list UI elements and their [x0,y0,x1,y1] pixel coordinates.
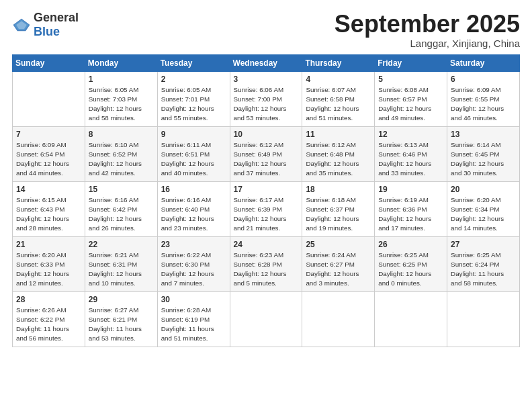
day-number: 7 [16,130,81,139]
day-number: 11 [306,130,371,139]
calendar-cell [230,291,302,347]
day-info: Sunrise: 6:09 AMSunset: 6:55 PMDaylight:… [451,85,516,124]
day-number: 9 [161,130,226,139]
calendar-cell: 4Sunrise: 6:07 AMSunset: 6:58 PMDaylight… [302,71,375,126]
calendar-cell: 6Sunrise: 6:09 AMSunset: 6:55 PMDaylight… [447,71,520,126]
day-number: 27 [451,240,516,249]
day-info: Sunrise: 6:20 AMSunset: 6:34 PMDaylight:… [451,195,516,234]
month-title: September 2025 [335,11,520,38]
weekday-header-tuesday: Tuesday [157,54,230,71]
calendar-week-3: 14Sunrise: 6:15 AMSunset: 6:43 PMDayligh… [13,181,520,236]
weekday-header-sunday: Sunday [13,54,85,71]
day-number: 23 [161,240,226,249]
calendar-cell: 19Sunrise: 6:19 AMSunset: 6:36 PMDayligh… [375,181,447,236]
day-info: Sunrise: 6:26 AMSunset: 6:22 PMDaylight:… [16,306,81,344]
day-number: 17 [234,185,299,194]
day-info: Sunrise: 6:11 AMSunset: 6:51 PMDaylight:… [161,140,226,179]
calendar-cell: 12Sunrise: 6:13 AMSunset: 6:46 PMDayligh… [375,126,447,181]
calendar-cell: 10Sunrise: 6:12 AMSunset: 6:49 PMDayligh… [230,126,302,181]
page-container: General Blue September 2025 Langgar, Xin… [0,0,532,354]
calendar-cell: 5Sunrise: 6:08 AMSunset: 6:57 PMDaylight… [375,71,447,126]
calendar-cell: 2Sunrise: 6:05 AMSunset: 7:01 PMDaylight… [157,71,230,126]
weekday-header-monday: Monday [85,54,157,71]
day-number: 2 [161,75,226,84]
day-number: 20 [451,185,516,194]
day-info: Sunrise: 6:20 AMSunset: 6:33 PMDaylight:… [16,250,81,289]
day-info: Sunrise: 6:05 AMSunset: 7:03 PMDaylight:… [89,85,154,124]
day-info: Sunrise: 6:15 AMSunset: 6:43 PMDaylight:… [16,195,81,234]
day-number: 21 [16,240,81,249]
calendar-cell: 24Sunrise: 6:23 AMSunset: 6:28 PMDayligh… [230,236,302,291]
day-number: 5 [378,75,443,84]
day-info: Sunrise: 6:21 AMSunset: 6:31 PMDaylight:… [89,250,154,289]
day-number: 15 [89,185,154,194]
weekday-header-wednesday: Wednesday [230,54,302,71]
day-info: Sunrise: 6:07 AMSunset: 6:58 PMDaylight:… [306,85,371,124]
calendar-cell: 16Sunrise: 6:16 AMSunset: 6:40 PMDayligh… [157,181,230,236]
day-number: 10 [234,130,299,139]
calendar-cell: 26Sunrise: 6:25 AMSunset: 6:25 PMDayligh… [375,236,447,291]
calendar-cell: 8Sunrise: 6:10 AMSunset: 6:52 PMDaylight… [85,126,157,181]
location: Langgar, Xinjiang, China [335,38,520,49]
calendar-cell: 11Sunrise: 6:12 AMSunset: 6:48 PMDayligh… [302,126,375,181]
logo-text: General Blue [34,11,79,39]
day-info: Sunrise: 6:23 AMSunset: 6:28 PMDaylight:… [234,250,299,289]
day-info: Sunrise: 6:16 AMSunset: 6:42 PMDaylight:… [89,195,154,234]
day-info: Sunrise: 6:10 AMSunset: 6:52 PMDaylight:… [89,140,154,179]
calendar-cell: 21Sunrise: 6:20 AMSunset: 6:33 PMDayligh… [13,236,85,291]
calendar-cell: 9Sunrise: 6:11 AMSunset: 6:51 PMDaylight… [157,126,230,181]
logo: General Blue [12,11,79,39]
calendar-cell: 28Sunrise: 6:26 AMSunset: 6:22 PMDayligh… [13,291,85,347]
calendar-cell: 25Sunrise: 6:24 AMSunset: 6:27 PMDayligh… [302,236,375,291]
calendar-cell: 7Sunrise: 6:09 AMSunset: 6:54 PMDaylight… [13,126,85,181]
calendar-cell: 3Sunrise: 6:06 AMSunset: 7:00 PMDaylight… [230,71,302,126]
day-number: 6 [451,75,516,84]
calendar-cell: 17Sunrise: 6:17 AMSunset: 6:39 PMDayligh… [230,181,302,236]
logo-general: General [34,11,79,24]
day-info: Sunrise: 6:13 AMSunset: 6:46 PMDaylight:… [378,140,443,179]
day-number: 1 [89,75,154,84]
day-number: 13 [451,130,516,139]
calendar-cell [375,291,447,347]
calendar-cell: 13Sunrise: 6:14 AMSunset: 6:45 PMDayligh… [447,126,520,181]
day-info: Sunrise: 6:17 AMSunset: 6:39 PMDaylight:… [234,195,299,234]
calendar-cell [13,71,85,126]
day-info: Sunrise: 6:18 AMSunset: 6:37 PMDaylight:… [306,195,371,234]
day-number: 8 [89,130,154,139]
calendar-cell: 20Sunrise: 6:20 AMSunset: 6:34 PMDayligh… [447,181,520,236]
day-info: Sunrise: 6:16 AMSunset: 6:40 PMDaylight:… [161,195,226,234]
calendar-cell: 23Sunrise: 6:22 AMSunset: 6:30 PMDayligh… [157,236,230,291]
day-number: 30 [161,295,226,304]
day-info: Sunrise: 6:24 AMSunset: 6:27 PMDaylight:… [306,250,371,289]
calendar-cell: 30Sunrise: 6:28 AMSunset: 6:19 PMDayligh… [157,291,230,347]
day-number: 29 [89,295,154,304]
logo-blue: Blue [34,25,60,38]
day-number: 19 [378,185,443,194]
calendar-week-2: 7Sunrise: 6:09 AMSunset: 6:54 PMDaylight… [13,126,520,181]
day-info: Sunrise: 6:06 AMSunset: 7:00 PMDaylight:… [234,85,299,124]
calendar-cell: 1Sunrise: 6:05 AMSunset: 7:03 PMDaylight… [85,71,157,126]
calendar-cell: 18Sunrise: 6:18 AMSunset: 6:37 PMDayligh… [302,181,375,236]
day-info: Sunrise: 6:14 AMSunset: 6:45 PMDaylight:… [451,140,516,179]
day-info: Sunrise: 6:22 AMSunset: 6:30 PMDaylight:… [161,250,226,289]
calendar-cell: 15Sunrise: 6:16 AMSunset: 6:42 PMDayligh… [85,181,157,236]
calendar-cell [302,291,375,347]
calendar-table: SundayMondayTuesdayWednesdayThursdayFrid… [12,54,520,347]
calendar-cell: 27Sunrise: 6:25 AMSunset: 6:24 PMDayligh… [447,236,520,291]
calendar-week-4: 21Sunrise: 6:20 AMSunset: 6:33 PMDayligh… [13,236,520,291]
day-info: Sunrise: 6:08 AMSunset: 6:57 PMDaylight:… [378,85,443,124]
day-info: Sunrise: 6:12 AMSunset: 6:48 PMDaylight:… [306,140,371,179]
day-info: Sunrise: 6:28 AMSunset: 6:19 PMDaylight:… [161,306,226,344]
day-number: 22 [89,240,154,249]
calendar-cell: 29Sunrise: 6:27 AMSunset: 6:21 PMDayligh… [85,291,157,347]
day-info: Sunrise: 6:12 AMSunset: 6:49 PMDaylight:… [234,140,299,179]
day-number: 18 [306,185,371,194]
title-block: September 2025 Langgar, Xinjiang, China [335,11,520,49]
day-number: 25 [306,240,371,249]
day-number: 4 [306,75,371,84]
header: General Blue September 2025 Langgar, Xin… [12,11,520,49]
day-number: 16 [161,185,226,194]
day-number: 26 [378,240,443,249]
day-info: Sunrise: 6:05 AMSunset: 7:01 PMDaylight:… [161,85,226,124]
day-info: Sunrise: 6:27 AMSunset: 6:21 PMDaylight:… [89,306,154,344]
